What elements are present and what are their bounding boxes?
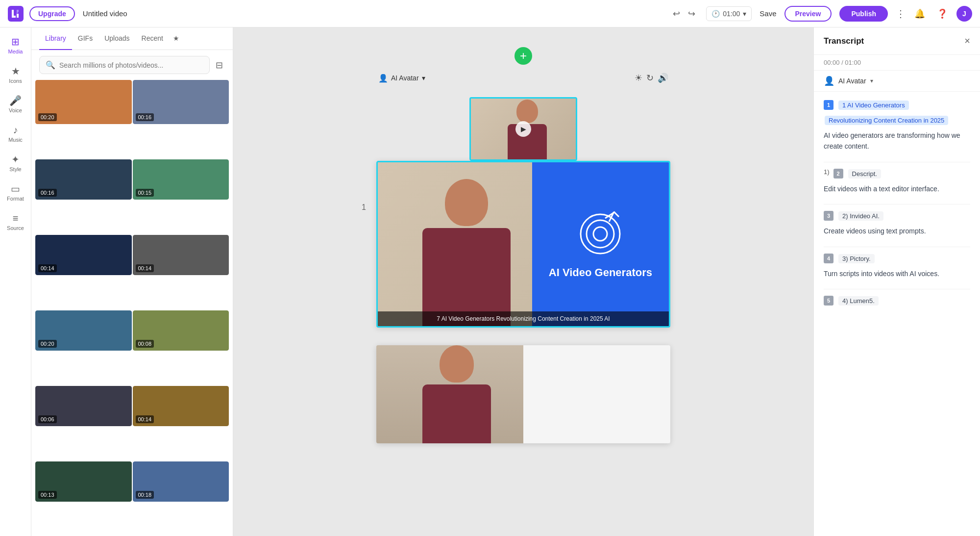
sidebar-item-media[interactable]: ⊞ Media (2, 31, 29, 59)
media-thumbnail[interactable]: 00:20 (35, 310, 132, 351)
transcript-content: 1 1 AI Video Generators Revolutionizing … (814, 92, 980, 536)
tab-library[interactable]: Library (39, 27, 72, 50)
media-thumbnail[interactable]: 00:16 (133, 80, 229, 124)
segment-tag-3a[interactable]: 2) Invideo AI. (838, 211, 883, 221)
publish-button[interactable]: Publish (839, 6, 888, 22)
transcript-segment-5: 5 4) Lumen5. (824, 295, 970, 306)
transcript-timer: 00:00 / 01:00 (814, 55, 980, 71)
media-thumbnail[interactable]: 00:18 (133, 461, 229, 502)
transcript-avatar-icon: 👤 (824, 76, 834, 86)
transcript-text-2: Edit videos with a text editor interface… (824, 183, 970, 194)
media-thumbnail[interactable]: 00:06 (35, 386, 132, 426)
transcript-avatar-chevron: ▾ (870, 77, 873, 84)
media-thumbnail[interactable]: 00:20 (35, 80, 132, 124)
segment-tag-1b[interactable]: Revolutionizing Content Creation in 2025 (825, 116, 948, 125)
tab-gifs[interactable]: GIFs (72, 27, 98, 50)
transcript-segment-2: 1) 2 Descript. (824, 168, 970, 179)
timer-display[interactable]: 🕐 01:00 ▾ (706, 6, 752, 21)
style-icon: ✦ (11, 153, 20, 165)
topbar-center-controls: ↩ ↪ 🕐 01:00 ▾ Save Preview Publish ⋮ (670, 5, 906, 22)
avatar-mini-preview[interactable]: ▶ (469, 97, 577, 161)
transcript-block-4: 4 3) Pictory. Turn scripts into videos w… (824, 253, 970, 279)
add-slide-button[interactable]: + (514, 47, 532, 65)
sidebar-item-icons[interactable]: ★ Icons (2, 61, 29, 88)
undo-button[interactable]: ↩ (670, 5, 683, 22)
video-title: Untitled video (83, 9, 664, 18)
filter-button[interactable]: ⊟ (214, 58, 225, 73)
transcript-panel: Transcript × 00:00 / 01:00 👤 AI Avatar ▾… (813, 27, 980, 536)
transcript-close-button[interactable]: × (964, 35, 970, 47)
transcript-text-4: Turn scripts into videos with AI voices. (824, 268, 970, 279)
segment-badge-4: 4 (824, 254, 833, 263)
tab-recent[interactable]: Recent (136, 27, 169, 50)
transcript-divider-2 (824, 204, 970, 204)
slide-person-area (378, 162, 538, 326)
sidebar-label-music: Music (8, 137, 23, 143)
search-box: 🔍 (39, 56, 210, 74)
undo-redo-group: ↩ ↪ (670, 5, 698, 22)
voice-icon: 🎤 (9, 95, 22, 106)
timer-clock-icon: 🕐 (711, 10, 720, 18)
redo-button[interactable]: ↪ (685, 5, 698, 22)
media-thumbnail[interactable]: 00:16 (35, 159, 132, 200)
sidebar-label-media: Media (8, 49, 23, 54)
media-thumbnail[interactable]: 00:14 (133, 235, 229, 275)
slide-caption: 7 AI Video Generators Revolutionizing Co… (378, 311, 669, 326)
sidebar-item-source[interactable]: ≡ Source (2, 208, 29, 235)
sidebar-label-source: Source (7, 225, 24, 231)
svg-point-3 (593, 227, 607, 241)
transcript-block-1: 1 1 AI Video Generators Revolutionizing … (824, 100, 970, 152)
segment-tag-5a[interactable]: 4) Lumen5. (838, 296, 879, 306)
save-button[interactable]: Save (760, 9, 776, 18)
transcript-title: Transcript (824, 36, 864, 46)
slide-1-container: 1 ▶ (376, 87, 670, 328)
thumbnail-duration: 00:20 (38, 113, 57, 121)
media-thumbnail[interactable]: 00:08 (133, 310, 229, 351)
media-thumbnail[interactable]: 00:13 (35, 461, 132, 502)
media-thumbnail[interactable]: 00:14 (35, 235, 132, 275)
search-row: 🔍 ⊟ (31, 50, 233, 80)
preview-button[interactable]: Preview (784, 6, 832, 22)
thumbnail-duration: 00:14 (136, 264, 154, 272)
canvas-area: + 👤 AI Avatar ▾ ☀ ↻ 🔊 1 (233, 27, 813, 463)
thumbnail-duration: 00:20 (38, 340, 57, 348)
avatar-mini-play-button[interactable]: ▶ (515, 121, 531, 137)
segment-tag-4a[interactable]: 3) Pictory. (838, 254, 875, 263)
thumbnail-duration: 00:13 (38, 491, 57, 499)
slide-1-frame[interactable]: AI Video Generators 7 AI Video Generator… (376, 161, 670, 328)
segment-badge-1: 1 (824, 100, 833, 110)
sidebar-item-music[interactable]: ♪ Music (2, 120, 29, 147)
search-input[interactable] (59, 61, 203, 69)
avatar-selector[interactable]: 👤 AI Avatar ▾ (378, 74, 425, 83)
left-sidebar: ⊞ Media ★ Icons 🎤 Voice ♪ Music ✦ Style … (0, 27, 31, 536)
audio-control[interactable]: 🔊 (658, 73, 668, 83)
sidebar-item-voice[interactable]: 🎤 Voice (2, 90, 29, 118)
tab-uploads[interactable]: Uploads (98, 27, 135, 50)
sidebar-item-format[interactable]: ▭ Format (2, 179, 29, 206)
help-button[interactable]: ❓ (934, 5, 951, 22)
rotate-control[interactable]: ↻ (646, 73, 654, 83)
segment-tag-1a[interactable]: 1 AI Video Generators (838, 101, 909, 110)
slide2-person-area (376, 345, 523, 443)
timer-value: 01:00 (723, 10, 740, 18)
segment-badge-2: 2 (833, 169, 843, 179)
user-avatar[interactable]: J (956, 6, 972, 22)
transcript-divider-3 (824, 247, 970, 247)
slide-2-frame[interactable] (376, 345, 670, 443)
slide-1-number: 1 (362, 203, 366, 212)
media-thumbnail[interactable]: 00:14 (133, 386, 229, 426)
logo[interactable] (8, 6, 24, 22)
lumen5-logo-icon (8, 6, 24, 22)
media-thumbnail[interactable]: 00:15 (133, 159, 229, 200)
more-options-button[interactable]: ⋮ (896, 8, 906, 20)
transcript-block-2: 1) 2 Descript. Edit videos with a text e… (824, 168, 970, 194)
segment-tag-2a[interactable]: Descript. (848, 169, 881, 179)
svg-point-2 (587, 220, 614, 248)
upgrade-button[interactable]: Upgrade (29, 6, 75, 21)
sidebar-item-style[interactable]: ✦ Style (2, 149, 29, 177)
media-icon: ⊞ (11, 36, 20, 48)
tab-starred[interactable]: ★ (169, 27, 183, 50)
notifications-button[interactable]: 🔔 (911, 5, 928, 22)
transcript-avatar-row[interactable]: 👤 AI Avatar ▾ (814, 71, 980, 92)
brightness-control[interactable]: ☀ (635, 73, 642, 83)
